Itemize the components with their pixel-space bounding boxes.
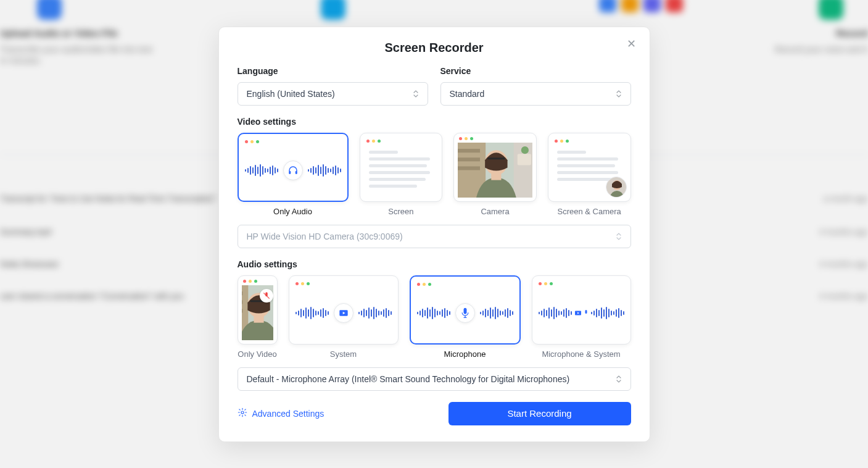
service-value: Standard [450,89,485,99]
video-option-label: Camera [453,207,537,216]
video-option-only-audio[interactable] [238,133,349,202]
audio-settings-label: Audio settings [238,259,631,269]
service-select[interactable]: Standard [440,82,631,106]
video-option-screen-camera[interactable] [548,133,631,202]
audio-option-system[interactable] [289,275,399,345]
svg-rect-17 [242,291,242,295]
camera-pip-avatar [606,177,627,198]
svg-rect-19 [242,309,242,312]
video-option-label: Only Audio [238,207,349,216]
camera-device-value: HP Wide Vision HD Camera (30c9:0069) [247,232,403,241]
svg-rect-5 [458,157,480,161]
microphone-device-select[interactable]: Default - Microphone Array (Intel® Smart… [238,367,631,391]
close-button[interactable]: ✕ [625,37,639,51]
gear-icon [238,407,247,419]
chevron-updown-icon [614,232,623,241]
camera-device-select[interactable]: HP Wide Vision HD Camera (30c9:0069) [238,225,631,248]
video-option-label: Screen [360,207,443,216]
screen-recorder-modal: ✕ Screen Recorder Language English (Unit… [218,27,650,442]
svg-rect-1 [295,171,297,174]
svg-rect-23 [254,315,263,322]
screen-audio-icon [334,303,353,323]
audio-option-label: Microphone [410,349,521,359]
svg-rect-8 [518,154,531,165]
modal-title: Screen Recorder [238,41,631,55]
svg-rect-18 [242,300,242,304]
chevron-updown-icon [614,375,623,383]
close-icon: ✕ [627,37,636,51]
language-label: Language [238,66,428,76]
svg-rect-6 [458,166,480,170]
microphone-device-value: Default - Microphone Array (Intel® Smart… [247,374,570,384]
audio-option-label: System [289,349,399,359]
start-recording-button[interactable]: Start Recording [448,402,631,425]
audio-option-only-video[interactable] [238,275,278,345]
svg-point-33 [241,411,244,414]
modal-overlay: ✕ Screen Recorder Language English (Unit… [0,0,868,468]
language-select[interactable]: English (United States) [238,82,428,106]
svg-point-9 [521,146,529,154]
svg-rect-12 [487,157,505,159]
svg-rect-32 [585,310,587,314]
audio-wave-icon [245,161,341,180]
service-label: Service [440,66,631,76]
video-option-label: Screen & Camera [548,207,631,216]
svg-rect-4 [458,149,480,153]
audio-option-label: Only Video [238,349,278,359]
audio-option-mic-system[interactable] [532,275,631,345]
mic-and-screen-icon [574,309,589,317]
video-settings-label: Video settings [238,117,631,127]
microphone-icon [455,303,475,323]
advanced-settings-label: Advanced Settings [252,409,324,419]
video-option-screen[interactable] [360,133,443,202]
audio-option-label: Microphone & System [532,349,631,359]
start-recording-label: Start Recording [507,408,571,419]
camera-preview-image [458,143,532,198]
audio-option-microphone[interactable] [410,275,521,345]
chevron-updown-icon [614,90,623,98]
svg-rect-0 [289,171,291,174]
headphones-icon [283,161,303,180]
svg-rect-11 [491,172,501,180]
mic-muted-icon [260,289,273,303]
svg-rect-27 [463,308,466,314]
chevron-updown-icon [411,90,420,98]
advanced-settings-link[interactable]: Advanced Settings [238,407,324,419]
language-value: English (United States) [247,89,335,99]
video-option-camera[interactable] [453,133,537,202]
